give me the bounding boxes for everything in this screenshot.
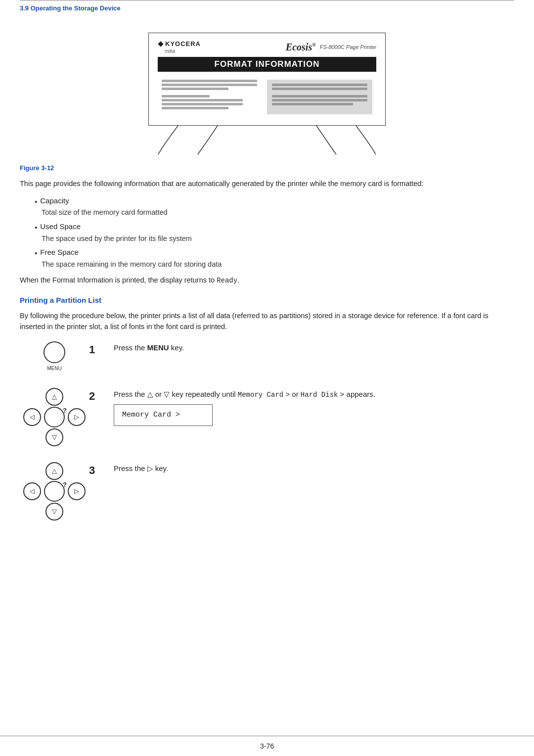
step-1-number: 1 <box>89 341 95 358</box>
bullet-dot: • <box>35 222 37 234</box>
top-border <box>20 0 514 4</box>
nav-row-bot-2: ▽ <box>45 503 63 520</box>
bullet-dot: • <box>35 248 37 259</box>
step-3-icon: △ ◁ ? ▷ ▽ <box>20 460 89 520</box>
kyocera-diamond-icon <box>158 41 164 47</box>
partition-paragraph: By following the procedure below, the pr… <box>20 311 514 332</box>
ecosis-logo: Ecosis® FS-8000C Page Printer <box>286 41 376 53</box>
ready-word: Ready <box>217 277 237 284</box>
nav-row-mid-2: ◁ ? ▷ <box>23 481 86 502</box>
printer-diagram: KYOCERA mita Ecosis® FS-8000C Page Print… <box>138 33 396 155</box>
nav-left-key: ◁ <box>23 408 41 426</box>
info-line <box>162 95 210 97</box>
step-2-text: Press the △ or ▽ key repeatedly until Me… <box>114 389 514 400</box>
info-block-1 <box>162 80 257 90</box>
bullet-label-capacity: Capacity <box>40 195 69 207</box>
info-line <box>162 80 257 82</box>
nav-row-top-2: △ <box>45 462 63 480</box>
info-block-3 <box>272 84 367 90</box>
bullet-list: • Capacity Total size of the memory card… <box>35 195 514 270</box>
nav-cluster-icon-2: △ ◁ ? ▷ ▽ <box>23 462 86 520</box>
info-block-2 <box>162 95 257 109</box>
question-mark-icon: ? <box>63 406 67 416</box>
format-info-bar: FORMAT INFORMATION <box>158 57 376 72</box>
bullet-desc-freespace: The space remaining in the memory card f… <box>42 259 514 270</box>
ready-paragraph: When the Format Information is printed, … <box>20 275 514 286</box>
nav-center-key: ? <box>44 407 65 427</box>
bullet-label-usedspace: Used Space <box>40 221 81 233</box>
menu-key-label: MENU <box>47 365 61 372</box>
nav-down-key: ▽ <box>45 428 63 446</box>
info-grid <box>158 78 376 116</box>
mita-text: mita <box>165 48 175 54</box>
figure-label: Figure 3-12 <box>20 164 514 172</box>
step-3-number-area: 3 <box>89 460 114 478</box>
info-line <box>272 88 367 90</box>
steps-container: MENU 1 Press the MENU key. △ ◁ <box>20 339 514 520</box>
step-2-number-area: 2 <box>89 386 114 404</box>
subsection-heading: Printing a Partition List <box>20 295 514 306</box>
bullet-title-capacity: • Capacity <box>35 195 514 208</box>
info-line <box>272 84 367 86</box>
bullet-desc-capacity: Total size of the memory card formatted <box>42 207 514 218</box>
info-col-right <box>267 80 372 114</box>
printer-body-svg <box>148 126 386 155</box>
bullet-item-freespace: • Free Space The space remaining in the … <box>35 247 514 270</box>
info-line <box>162 99 243 101</box>
step-1-icon: MENU <box>20 339 89 372</box>
info-line <box>272 95 367 97</box>
step-1-text: Press the MENU key. <box>114 342 514 354</box>
printer-screen: KYOCERA mita Ecosis® FS-8000C Page Print… <box>148 33 386 126</box>
ecosis-brand: Ecosis® <box>286 41 316 53</box>
info-line <box>272 103 353 105</box>
step-2-content: Press the △ or ▽ key repeatedly until Me… <box>114 386 514 430</box>
nav-row-top: △ <box>45 388 63 406</box>
bullet-item-capacity: • Capacity Total size of the memory card… <box>35 195 514 218</box>
nav-up-key: △ <box>45 388 63 406</box>
bullet-desc-usedspace: The space used by the printer for its fi… <box>42 234 514 244</box>
menu-key-icon <box>44 341 65 363</box>
info-line <box>162 88 228 90</box>
memory-card-display: Memory Card > <box>114 404 213 426</box>
bullet-item-usedspace: • Used Space The space used by the print… <box>35 221 514 244</box>
nav-left-key-2: ◁ <box>23 482 41 500</box>
step-3-row: △ ◁ ? ▷ ▽ 3 <box>20 460 514 520</box>
section-header: 3.9 Operating the Storage Device <box>20 4 514 18</box>
info-line <box>162 84 257 86</box>
bullet-label-freespace: Free Space <box>40 247 79 258</box>
info-line <box>272 99 367 101</box>
bullet-title-freespace: • Free Space <box>35 247 514 259</box>
bottom-section: 3-76 <box>0 736 534 756</box>
nav-right-key-2: ▷ <box>68 482 86 500</box>
nav-row-mid: ◁ ? ▷ <box>23 407 86 427</box>
step-2-row: △ ◁ ? ▷ ▽ 2 <box>20 386 514 446</box>
page-number: 3-76 <box>20 742 514 750</box>
step-1-content: Press the MENU key. <box>114 339 514 354</box>
memory-card-code: Memory Card <box>238 391 283 399</box>
step-3-content: Press the ▷ key. <box>114 460 514 474</box>
printer-model: FS-8000C Page Printer <box>320 44 376 50</box>
nav-cluster-icon: △ ◁ ? ▷ ▽ <box>23 388 86 446</box>
menu-key-text: MENU <box>147 343 169 352</box>
info-block-4 <box>272 95 367 105</box>
info-line <box>162 107 228 109</box>
svg-rect-0 <box>158 41 163 47</box>
nav-up-key-2: △ <box>45 462 63 480</box>
info-col-left <box>162 80 257 114</box>
intro-paragraph: This page provides the following informa… <box>20 179 514 189</box>
step-1-row: MENU 1 Press the MENU key. <box>20 339 514 372</box>
bullet-dot: • <box>35 196 37 208</box>
info-line <box>162 103 243 105</box>
step-3-number: 3 <box>89 462 95 478</box>
nav-right-key: ▷ <box>68 408 86 426</box>
logo-row: KYOCERA mita Ecosis® FS-8000C Page Print… <box>158 40 376 54</box>
content-area: This page provides the following informa… <box>20 179 514 520</box>
question-mark-icon-2: ? <box>63 480 67 490</box>
printer-body <box>148 126 386 155</box>
kyocera-text: KYOCERA <box>158 40 201 47</box>
nav-row-bot: ▽ <box>45 428 63 446</box>
nav-center-key-2: ? <box>44 481 65 502</box>
bullet-title-usedspace: • Used Space <box>35 221 514 234</box>
step-2-number: 2 <box>89 388 95 404</box>
nav-down-key-2: ▽ <box>45 503 63 520</box>
